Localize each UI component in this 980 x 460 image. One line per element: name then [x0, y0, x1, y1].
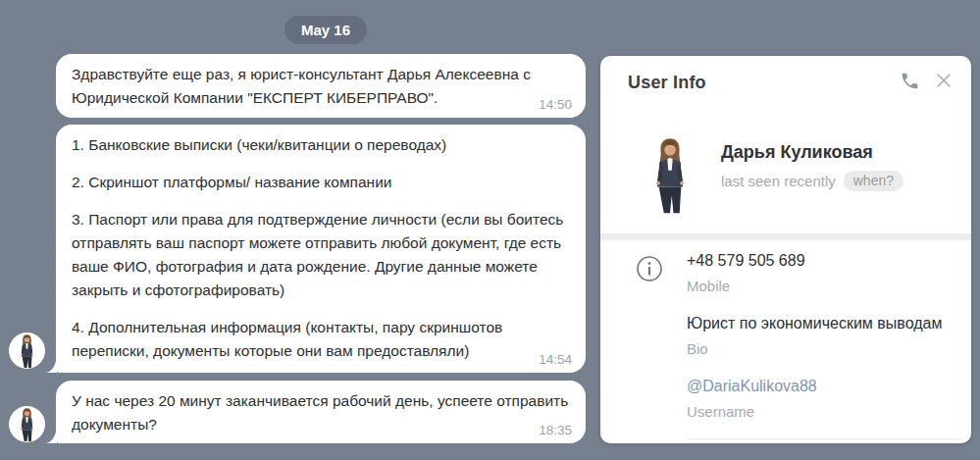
telegram-chat-screen: May 16 Здравствуйте еще раз, я юрист-кон…	[0, 0, 980, 460]
message-text: 4. Дополнительная информация (контакты, …	[72, 316, 570, 363]
username-row[interactable]: @DariaKulikova88 Username	[687, 376, 952, 423]
username-label: Username	[687, 401, 952, 423]
last-seen-text: last seen recently	[721, 173, 836, 189]
profile-photo[interactable]	[636, 132, 704, 216]
message-text: 2. Скриншот платформы/ название компании	[72, 171, 570, 194]
bubble-tail	[46, 424, 57, 443]
phone-label: Mobile	[687, 276, 952, 297]
message-text: У нас через 20 минут заканчивается рабоч…	[72, 392, 568, 433]
divider	[687, 438, 961, 439]
call-button[interactable]	[898, 69, 921, 92]
info-icon	[636, 255, 663, 282]
message-bubble[interactable]: У нас через 20 минут заканчивается рабоч…	[56, 381, 586, 443]
divider	[600, 233, 971, 240]
message-text: 1. Банковские выписки (чеки/квитанции о …	[72, 133, 570, 157]
woman-avatar-icon	[644, 135, 696, 216]
date-badge[interactable]: May 16	[284, 16, 367, 44]
bubble-tail	[46, 353, 57, 373]
message-time: 14:54	[539, 352, 572, 368]
woman-avatar-icon	[15, 407, 39, 442]
username-link[interactable]: @DariaKulikova88	[687, 376, 952, 397]
message-text: 3. Паспорт или права для подтверждение л…	[72, 208, 570, 302]
phone-number[interactable]: +48 579 505 689	[687, 250, 952, 272]
message-bubble[interactable]: Здравствуйте еще раз, я юрист-консультан…	[56, 54, 586, 118]
close-icon	[934, 71, 954, 90]
panel-title: User Info	[628, 73, 706, 93]
message-time: 18:35	[539, 423, 572, 438]
message-text: Здравствуйте еще раз, я юрист-консультан…	[72, 66, 531, 106]
woman-avatar-icon	[15, 333, 39, 369]
avatar[interactable]	[9, 332, 45, 369]
phone-row[interactable]: +48 579 505 689 Mobile	[687, 250, 952, 297]
bio-label: Bio	[687, 338, 952, 360]
bio-row: Юрист по экономическим выводам Bio	[687, 313, 952, 360]
avatar[interactable]	[9, 406, 45, 442]
user-info-panel: User Info Дарья Куликовая last seen rece…	[600, 56, 971, 443]
profile-status: last seen recently when?	[721, 171, 903, 191]
bio-text: Юрист по экономическим выводам	[687, 313, 952, 334]
close-button[interactable]	[932, 69, 955, 92]
profile-name: Дарья Куликовая	[721, 142, 873, 163]
message-time: 14:50	[539, 97, 572, 113]
message-bubble[interactable]: 1. Банковские выписки (чеки/квитанции о …	[56, 125, 586, 373]
when-badge[interactable]: when?	[844, 171, 903, 191]
phone-icon	[900, 71, 920, 91]
